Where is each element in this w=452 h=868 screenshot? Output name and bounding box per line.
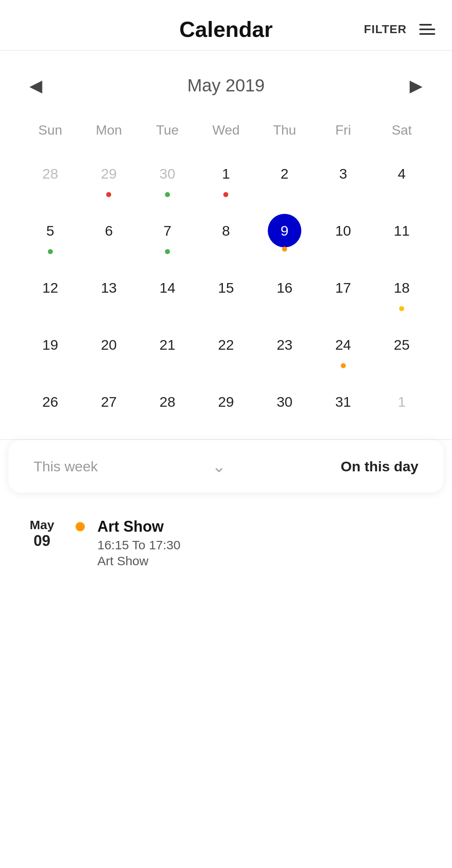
event-day-number: 09 (21, 532, 63, 550)
day-number: 11 (385, 214, 418, 247)
day-cell[interactable]: 28 (138, 377, 197, 427)
day-cell[interactable]: 17 (314, 262, 373, 320)
day-cell[interactable]: 31 (314, 377, 373, 427)
day-number: 27 (92, 385, 125, 418)
month-title: May 2019 (187, 75, 264, 96)
day-cell[interactable]: 5 (21, 205, 80, 262)
weekday-label: Sun (21, 116, 80, 144)
day-cell[interactable]: 18 (372, 262, 431, 320)
menu-icon[interactable] (419, 24, 435, 35)
event-title: Art Show (97, 518, 431, 535)
day-cell[interactable]: 14 (138, 262, 197, 320)
day-cell[interactable]: 19 (21, 320, 80, 377)
day-cell[interactable]: 15 (197, 262, 256, 320)
event-details: Art Show16:15 To 17:30Art Show (97, 518, 431, 568)
days-grid: 2829301234567891011121314151617181920212… (21, 148, 431, 427)
weekdays-row: SunMonTueWedThuFriSat (21, 116, 431, 144)
day-number: 13 (92, 271, 125, 304)
event-dot-indicator (165, 192, 170, 197)
calendar-container: ◀ May 2019 ▶ SunMonTueWedThuFriSat 28293… (0, 51, 452, 439)
menu-line-3 (419, 33, 435, 35)
day-number: 1 (209, 157, 243, 190)
day-cell[interactable]: 29 (197, 377, 256, 427)
day-cell[interactable]: 25 (372, 320, 431, 377)
day-number: 15 (209, 271, 243, 304)
event-color-dot (76, 522, 85, 531)
next-month-button[interactable]: ▶ (405, 72, 427, 99)
day-cell[interactable]: 12 (21, 262, 80, 320)
day-number: 25 (385, 328, 418, 361)
day-number: 22 (209, 328, 243, 361)
event-item[interactable]: May09Art Show16:15 To 17:30Art Show (21, 509, 431, 577)
month-nav: ◀ May 2019 ▶ (21, 63, 431, 108)
day-number: 26 (34, 385, 67, 418)
header-actions: FILTER (364, 23, 435, 36)
day-number: 20 (92, 328, 125, 361)
day-cell[interactable]: 1 (372, 377, 431, 427)
day-number: 16 (268, 271, 301, 304)
day-cell[interactable]: 2 (255, 148, 314, 205)
event-description: Art Show (97, 554, 431, 568)
event-dot-indicator (399, 306, 404, 311)
day-cell[interactable]: 30 (138, 148, 197, 205)
day-number: 18 (385, 271, 418, 304)
prev-month-button[interactable]: ◀ (25, 72, 47, 99)
day-number: 24 (327, 328, 360, 361)
day-cell[interactable]: 21 (138, 320, 197, 377)
event-time: 16:15 To 17:30 (97, 538, 431, 552)
event-month: May (21, 518, 63, 532)
day-number: 3 (327, 157, 360, 190)
menu-line-1 (419, 24, 432, 26)
day-cell[interactable]: 23 (255, 320, 314, 377)
day-number: 28 (151, 385, 184, 418)
day-cell[interactable]: 7 (138, 205, 197, 262)
event-date: May09 (21, 518, 63, 550)
day-cell[interactable]: 27 (80, 377, 138, 427)
day-cell[interactable]: 30 (255, 377, 314, 427)
event-dot-indicator (106, 192, 111, 197)
day-cell[interactable]: 16 (255, 262, 314, 320)
day-number: 23 (268, 328, 301, 361)
day-number: 29 (209, 385, 243, 418)
day-cell[interactable]: 24 (314, 320, 373, 377)
day-number: 6 (92, 214, 125, 247)
day-cell[interactable]: 4 (372, 148, 431, 205)
weekday-label: Fri (314, 116, 373, 144)
header: Calendar FILTER (0, 0, 452, 51)
day-cell[interactable]: 26 (21, 377, 80, 427)
day-number: 31 (327, 385, 360, 418)
menu-line-2 (419, 29, 435, 30)
day-number: 8 (209, 214, 243, 247)
day-cell[interactable]: 1 (197, 148, 256, 205)
this-week-label[interactable]: This week (34, 458, 98, 475)
day-number: 4 (385, 157, 418, 190)
filter-button[interactable]: FILTER (364, 23, 407, 36)
day-number: 14 (151, 271, 184, 304)
weekday-label: Mon (80, 116, 138, 144)
day-number: 28 (34, 157, 67, 190)
page-title: Calendar (179, 17, 273, 42)
day-cell[interactable]: 8 (197, 205, 256, 262)
day-cell[interactable]: 20 (80, 320, 138, 377)
day-cell[interactable]: 9 (255, 205, 314, 262)
day-cell[interactable]: 10 (314, 205, 373, 262)
weekday-label: Wed (197, 116, 256, 144)
day-number: 19 (34, 328, 67, 361)
chevron-down-icon[interactable]: ⌄ (212, 457, 226, 476)
event-dot-indicator (341, 363, 346, 368)
day-cell[interactable]: 11 (372, 205, 431, 262)
day-cell[interactable]: 13 (80, 262, 138, 320)
on-this-day-label[interactable]: On this day (341, 458, 418, 475)
day-number: 29 (92, 157, 125, 190)
day-cell[interactable]: 6 (80, 205, 138, 262)
day-number: 1 (385, 385, 418, 418)
day-cell[interactable]: 3 (314, 148, 373, 205)
day-number: 5 (34, 214, 67, 247)
day-cell[interactable]: 22 (197, 320, 256, 377)
weekday-label: Sat (372, 116, 431, 144)
filter-bar: This week ⌄ On this day (8, 440, 444, 493)
day-cell[interactable]: 28 (21, 148, 80, 205)
day-cell[interactable]: 29 (80, 148, 138, 205)
events-section: May09Art Show16:15 To 17:30Art Show (0, 493, 452, 593)
event-dot-indicator (48, 249, 53, 254)
